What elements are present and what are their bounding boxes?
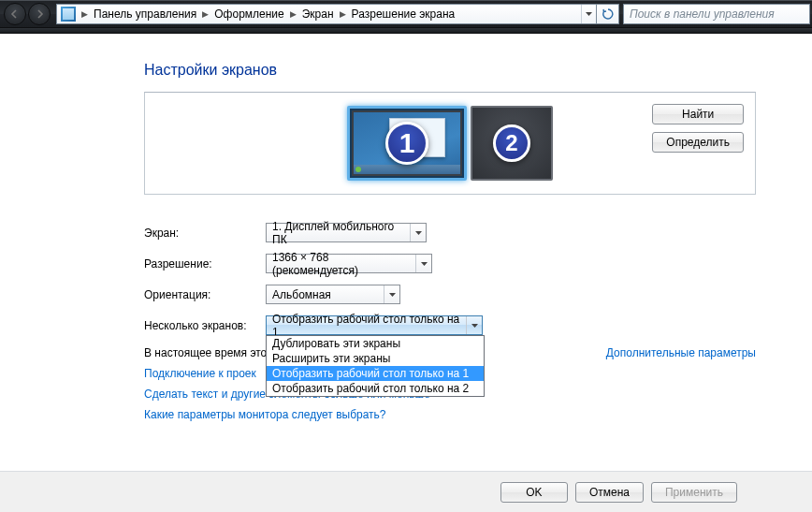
footer-bar: OK Отмена Применить: [0, 471, 812, 512]
display-select[interactable]: 1. Дисплей мобильного ПК: [266, 223, 427, 242]
display-label: Экран:: [144, 227, 266, 240]
monitor-2-badge: 2: [493, 124, 530, 162]
display-value: 1. Дисплей мобильного ПК: [272, 220, 409, 246]
control-panel-icon: [61, 7, 76, 22]
orientation-select[interactable]: Альбомная: [266, 285, 400, 304]
chevron-down-icon: [466, 316, 482, 334]
cancel-button[interactable]: Отмена: [575, 482, 644, 503]
content-area: Настройки экранов 1 2 Найти Определить Э…: [0, 34, 812, 476]
chevron-down-icon: [384, 285, 399, 303]
identify-button[interactable]: Определить: [652, 132, 744, 153]
orientation-value: Альбомная: [272, 288, 331, 301]
nav-back-button[interactable]: [4, 3, 26, 25]
multi-displays-dropdown: Дублировать эти экраны Расширить эти экр…: [266, 335, 485, 397]
chevron-right-icon: ▶: [286, 9, 300, 19]
monitor-preview: 1 2 Найти Определить: [144, 92, 756, 195]
advanced-settings-link[interactable]: Дополнительные параметры: [606, 346, 756, 359]
apply-button[interactable]: Применить: [651, 482, 737, 503]
breadcrumb-item[interactable]: Разрешение экрана: [350, 7, 457, 21]
page-title: Настройки экранов: [144, 62, 756, 79]
monitor-help-link[interactable]: Какие параметры монитора следует выбрать…: [144, 408, 756, 421]
chevron-right-icon: ▶: [336, 9, 350, 19]
search-input[interactable]: Поиск в панели управления: [623, 4, 810, 24]
resolution-label: Разрешение:: [144, 257, 266, 271]
chevron-right-icon: ▶: [78, 9, 92, 19]
main-display-status: В настоящее время это: [144, 346, 267, 359]
breadcrumb-item[interactable]: Экран: [300, 7, 336, 21]
detect-button[interactable]: Найти: [652, 104, 744, 124]
breadcrumb-dropdown[interactable]: [581, 5, 596, 23]
chevron-down-icon: [410, 224, 426, 241]
chevron-right-icon: ▶: [198, 9, 212, 19]
monitor-1-badge: 1: [385, 122, 428, 165]
breadcrumb[interactable]: ▶ Панель управления ▶ Оформление ▶ Экран…: [56, 4, 597, 24]
breadcrumb-item[interactable]: Панель управления: [92, 7, 198, 21]
multi-displays-label: Несколько экранов:: [144, 319, 266, 332]
monitor-1[interactable]: 1: [347, 106, 467, 181]
resolution-select[interactable]: 1366 × 768 (рекомендуется): [266, 254, 432, 273]
multi-option[interactable]: Дублировать эти экраны: [267, 336, 484, 351]
nav-forward-button[interactable]: [28, 3, 51, 25]
breadcrumb-item[interactable]: Оформление: [212, 7, 285, 21]
multi-displays-select[interactable]: Отобразить рабочий стол только на 1 Дубл…: [266, 315, 483, 335]
resolution-value: 1366 × 768 (рекомендуется): [272, 251, 414, 277]
multi-option[interactable]: Расширить эти экраны: [267, 351, 484, 366]
ok-button[interactable]: OK: [500, 482, 568, 503]
orientation-label: Ориентация:: [144, 288, 266, 301]
monitor-2[interactable]: 2: [471, 106, 553, 181]
search-placeholder: Поиск в панели управления: [630, 7, 775, 21]
address-bar: ▶ Панель управления ▶ Оформление ▶ Экран…: [0, 0, 812, 28]
multi-option-selected[interactable]: Отобразить рабочий стол только на 1: [267, 366, 484, 381]
chevron-down-icon: [415, 255, 431, 272]
refresh-icon: [602, 8, 614, 20]
refresh-button[interactable]: [597, 4, 619, 24]
projector-link[interactable]: Подключение к проек: [144, 367, 256, 380]
multi-option[interactable]: Отобразить рабочий стол только на 2: [267, 381, 484, 396]
